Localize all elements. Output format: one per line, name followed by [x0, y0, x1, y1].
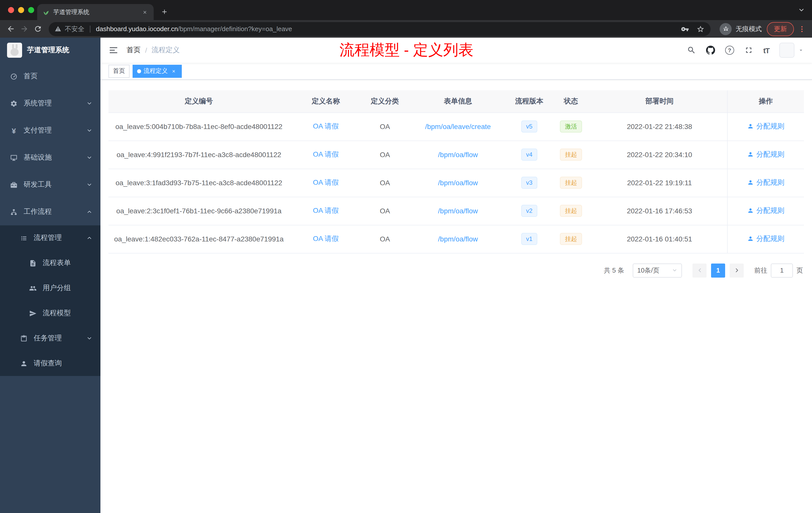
definition-name-link[interactable]: OA 请假	[313, 122, 339, 130]
total-count: 共 5 条	[604, 266, 624, 275]
sidebar-item-dev-tools[interactable]: 研发工具	[0, 171, 100, 198]
window-close-button[interactable]	[8, 7, 14, 13]
page-unit-label: 页	[796, 266, 803, 275]
deploy-time: 2022-01-22 19:19:11	[592, 169, 727, 197]
column-header-definition-name: 定义名称	[289, 90, 362, 113]
security-label[interactable]: 不安全	[65, 24, 84, 33]
form-link[interactable]: /bpm/oa/flow	[438, 207, 478, 215]
bookmark-star-icon[interactable]	[696, 25, 704, 33]
dashboard-icon	[10, 72, 18, 80]
table-row: oa_leave:1:482ec033-762a-11ec-8477-a2380…	[109, 225, 804, 253]
sidebar-item-label: 支付管理	[24, 126, 52, 135]
goto-page-input[interactable]: 1	[771, 263, 793, 277]
definition-name-link[interactable]: OA 请假	[313, 206, 339, 214]
tag-home[interactable]: 首页	[109, 64, 129, 78]
sidebar-item-infrastructure[interactable]: 基础设施	[0, 144, 100, 171]
form-link[interactable]: /bpm/oa/flow	[438, 151, 478, 159]
sidebar-item-process-management[interactable]: 流程管理	[0, 225, 100, 250]
definition-table: 定义编号 定义名称 定义分类 表单信息 流程版本 状态 部署时间 操作 oa_l	[109, 90, 804, 253]
refresh-button[interactable]	[31, 22, 45, 36]
forward-button[interactable]	[18, 22, 31, 36]
assign-rule-link[interactable]: 分配规则	[747, 206, 784, 215]
definition-name-link[interactable]: OA 请假	[313, 234, 339, 242]
definition-category: OA	[362, 225, 407, 253]
help-icon[interactable]: ?	[725, 46, 734, 55]
sidebar-item-system-management[interactable]: 系统管理	[0, 90, 100, 117]
form-link[interactable]: /bpm/oa/leave/create	[425, 122, 491, 130]
form-link[interactable]: /bpm/oa/flow	[438, 235, 478, 243]
prev-page-button[interactable]	[693, 263, 706, 277]
sidebar-item-user-group[interactable]: 用户分组	[0, 276, 100, 301]
table-header-row: 定义编号 定义名称 定义分类 表单信息 流程版本 状态 部署时间 操作	[109, 90, 804, 113]
breadcrumb-home[interactable]: 首页	[126, 46, 141, 55]
update-chip[interactable]: 更新	[767, 22, 794, 36]
status-badge: 挂起	[560, 149, 582, 161]
tab-search-chevron-icon[interactable]	[798, 6, 805, 13]
user-icon	[747, 236, 754, 242]
sidebar-item-workflow[interactable]: 工作流程	[0, 198, 100, 225]
sidebar-item-home[interactable]: 首页	[0, 63, 100, 90]
table-row: oa_leave:2:3c1f0ef1-76b1-11ec-9c66-a2380…	[109, 197, 804, 225]
browser-toolbar: 不安全 dashboard.yudao.iocoder.cn/bpm/manag…	[0, 20, 812, 38]
browser-menu-dots-icon[interactable]	[798, 25, 806, 33]
assign-rule-link[interactable]: 分配规则	[747, 150, 784, 159]
version-badge: v1	[521, 233, 537, 245]
assign-rule-label: 分配规则	[756, 122, 784, 131]
fullscreen-icon[interactable]	[744, 46, 753, 55]
sidebar-item-payment-management[interactable]: ¥ 支付管理	[0, 117, 100, 144]
column-header-form-info: 表单信息	[407, 90, 509, 113]
window-controls	[8, 7, 34, 13]
paper-plane-icon	[29, 309, 37, 317]
window-minimize-button[interactable]	[18, 7, 24, 13]
clipboard-icon	[20, 335, 28, 342]
assign-rule-link[interactable]: 分配规则	[747, 178, 784, 187]
new-tab-button[interactable]	[158, 5, 171, 18]
definition-name-link[interactable]: OA 请假	[313, 178, 339, 186]
user-avatar-dropdown[interactable]	[779, 43, 804, 58]
list-icon	[20, 234, 28, 242]
sidebar: 芋道管理系统 首页 系统管理 ¥ 支付管理	[0, 38, 100, 513]
sidebar-item-label: 研发工具	[24, 180, 52, 189]
chevron-down-icon	[86, 182, 92, 188]
definition-category: OA	[362, 169, 407, 197]
sidebar-item-process-form[interactable]: 流程表单	[0, 250, 100, 276]
sidebar-item-leave-query[interactable]: 请假查询	[0, 351, 100, 376]
status-badge: 挂起	[560, 177, 582, 189]
page-size-select[interactable]: 10条/页	[633, 263, 682, 277]
user-icon	[747, 179, 754, 186]
navbar-actions: ? tT	[687, 43, 804, 58]
goto-label: 前往	[754, 266, 767, 275]
back-button[interactable]	[4, 22, 18, 36]
assign-rule-link[interactable]: 分配规则	[747, 122, 784, 131]
deploy-time: 2022-01-16 17:46:53	[592, 197, 727, 225]
definition-name-link[interactable]: OA 请假	[313, 150, 339, 158]
assign-rule-link[interactable]: 分配规则	[747, 234, 784, 243]
window-zoom-button[interactable]	[28, 7, 34, 13]
sidebar-item-task-management[interactable]: 任务管理	[0, 326, 100, 351]
tag-process-definition[interactable]: 流程定义	[133, 64, 182, 78]
tab-close-icon[interactable]	[141, 8, 149, 16]
search-icon[interactable]	[687, 46, 696, 55]
deploy-time: 2022-01-16 01:40:51	[592, 225, 727, 253]
page-number-button[interactable]: 1	[711, 263, 725, 277]
form-link[interactable]: /bpm/oa/flow	[438, 179, 478, 187]
address-bar[interactable]: 不安全 dashboard.yudao.iocoder.cn/bpm/manag…	[49, 22, 710, 36]
table-row: oa_leave:4:991f2193-7b7f-11ec-a3c8-acde4…	[109, 141, 804, 169]
hamburger-icon[interactable]	[109, 45, 118, 55]
user-icon	[747, 208, 754, 214]
password-key-icon[interactable]	[681, 25, 689, 33]
font-size-icon[interactable]: tT	[763, 46, 769, 55]
definition-id: oa_leave:1:482ec033-762a-11ec-8477-a2380…	[109, 225, 289, 253]
toolbox-icon	[10, 181, 18, 188]
browser-tab[interactable]: 芋道管理系统	[37, 4, 154, 20]
next-page-button[interactable]	[730, 263, 744, 277]
tag-close-icon[interactable]	[170, 67, 177, 74]
chevron-up-icon	[86, 209, 92, 215]
sidebar-item-process-model[interactable]: 流程模型	[0, 301, 100, 326]
github-icon[interactable]	[706, 46, 715, 55]
chevron-right-icon	[733, 267, 740, 274]
table-row: oa_leave:5:004b710b-7b8a-11ec-8ef0-acde4…	[109, 113, 804, 141]
deploy-time: 2022-01-22 21:48:38	[592, 113, 727, 141]
definition-category: OA	[362, 113, 407, 141]
caret-down-icon	[798, 47, 804, 53]
